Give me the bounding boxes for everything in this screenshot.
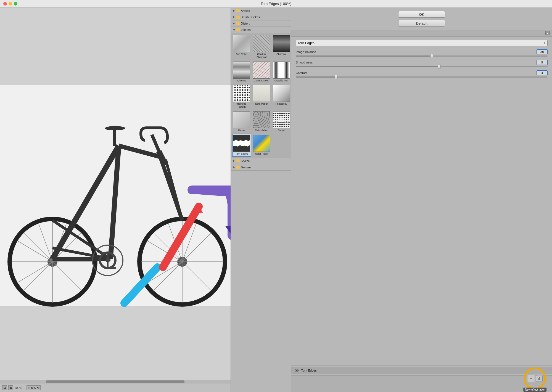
image-balance-label-row: Image Balance <box>296 49 548 54</box>
category-artistic-label: Artistic <box>241 9 250 12</box>
filter-panel: Artistic Brush Strokes Distort Sket <box>231 8 291 392</box>
triangle-icon <box>233 166 235 168</box>
filter-label-reticulation: Reticulation <box>255 129 268 132</box>
settings-bottom-bar: + 🗑 New effect layer <box>291 375 552 392</box>
image-balance-slider[interactable] <box>296 55 548 57</box>
filter-thumb-photocopy[interactable]: Photocopy <box>272 84 291 110</box>
category-brush-strokes: Brush Strokes <box>231 14 291 20</box>
category-artistic-header[interactable]: Artistic <box>231 8 291 14</box>
contrast-slider[interactable] <box>296 76 548 78</box>
smoothness-input[interactable] <box>537 60 548 65</box>
category-sketch-header[interactable]: Sketch <box>231 27 291 33</box>
filter-thumb-img-reticulation <box>253 111 270 128</box>
gold-ring-highlight: + 🗑 New effect layer <box>524 367 546 390</box>
layer-visibility-toggle[interactable] <box>295 368 299 373</box>
maximize-button[interactable] <box>14 2 17 6</box>
filter-thumb-note-paper[interactable]: Note Paper <box>252 84 271 110</box>
filter-thumb-img-graphic <box>273 62 290 79</box>
new-effect-layer-button[interactable]: + <box>527 375 535 382</box>
canvas-h-scrollbar[interactable] <box>0 380 231 383</box>
category-texture: Texture <box>231 164 291 171</box>
contrast-label-row: Contrast <box>296 70 548 75</box>
default-button[interactable]: Default <box>398 20 445 27</box>
category-artistic: Artistic <box>231 8 291 14</box>
filter-thumb-img-chalk <box>253 35 270 52</box>
sketch-grid: Bas Relief Chalk & Charcoal Charcoal Chr… <box>231 33 291 158</box>
filter-thumb-torn-edges[interactable]: Torn Edges <box>232 134 251 157</box>
filter-thumb-stamp[interactable]: Stamp <box>272 110 291 133</box>
settings-controls: Torn Edges ▼ Image Balance S <box>291 37 552 81</box>
layers-panel: Torn Edges <box>291 365 552 375</box>
delete-layer-button[interactable]: 🗑 <box>536 375 543 382</box>
filter-thumb-chrome[interactable]: Chrome <box>232 60 251 83</box>
filter-select[interactable]: Torn Edges <box>296 40 548 46</box>
filter-thumb-img-bas-relief <box>233 35 250 52</box>
image-balance-thumb[interactable] <box>430 54 433 58</box>
smoothness-label-row: Smoothness <box>296 60 548 65</box>
smoothness-slider[interactable] <box>296 66 548 67</box>
close-button[interactable] <box>3 2 7 6</box>
filter-label-charcoal: Charcoal <box>276 53 286 56</box>
folder-icon <box>236 16 240 19</box>
filter-thumb-img-stamp <box>273 111 290 128</box>
minimize-button[interactable] <box>9 2 12 6</box>
folder-icon <box>236 159 240 162</box>
ok-button[interactable]: OK <box>398 11 445 18</box>
filter-thumb-graphic-pen[interactable]: Graphic Pen <box>272 60 291 83</box>
smoothness-control: Smoothness <box>296 60 548 67</box>
filter-thumb-bas-relief[interactable]: Bas Relief <box>232 34 251 60</box>
filter-thumb-reticulation[interactable]: Reticulation <box>252 110 271 133</box>
collapse-button[interactable]: ▲ <box>545 31 550 35</box>
contrast-control: Contrast <box>296 70 548 78</box>
canvas-content[interactable] <box>0 8 231 383</box>
full-screen-button[interactable]: ⊠ <box>8 385 13 390</box>
category-texture-label: Texture <box>241 166 251 169</box>
filter-thumb-water-paper[interactable]: Water Paper <box>252 134 271 157</box>
smoothness-fill <box>296 66 439 67</box>
filter-thumb-halftone[interactable]: Halftone Pattern <box>232 84 251 110</box>
filter-label-chalk: Chalk & Charcoal <box>253 53 270 59</box>
category-brush-header[interactable]: Brush Strokes <box>231 14 291 20</box>
filter-label-torn: Torn Edges <box>235 152 248 155</box>
fit-screen-button[interactable]: ⊡ <box>2 385 7 390</box>
category-distort-label: Distort <box>241 22 250 25</box>
window-controls <box>3 2 17 6</box>
smoothness-thumb[interactable] <box>438 65 441 68</box>
zoom-select[interactable]: 25% 50% 75% 100% 150% 200% <box>27 385 41 390</box>
canvas-bottom-bar: ⊡ ⊠ 100% 25% 50% 75% 100% 150% 200% <box>0 383 231 392</box>
filter-label-plaster: Plaster <box>238 129 245 132</box>
category-distort-header[interactable]: Distort <box>231 20 291 27</box>
scrollbar-thumb[interactable] <box>46 380 184 383</box>
settings-spacer <box>291 81 552 365</box>
image-balance-fill <box>296 55 432 57</box>
window-title: Torn Edges (100%) <box>261 2 291 6</box>
category-texture-header[interactable]: Texture <box>231 164 291 170</box>
layer-item-torn-edges: Torn Edges <box>291 367 552 374</box>
settings-panel: OK Default ▲ Torn Edges ▼ <box>291 8 552 392</box>
filter-thumb-charcoal[interactable]: Charcoal <box>272 34 291 60</box>
category-stylize-header[interactable]: Stylize <box>231 158 291 164</box>
triangle-icon <box>233 160 235 162</box>
settings-top: OK Default <box>291 8 552 30</box>
image-balance-input[interactable] <box>537 49 548 54</box>
filter-label-chrome: Chrome <box>237 79 246 82</box>
filter-dropdown-row: Torn Edges ▼ <box>296 40 548 46</box>
button-row: OK <box>296 11 548 18</box>
canvas-area: ⊡ ⊠ 100% 25% 50% 75% 100% 150% 200% <box>0 8 231 392</box>
filter-label-note: Note Paper <box>255 102 268 105</box>
filter-label-water: Water Paper <box>255 152 268 155</box>
triangle-icon <box>233 16 235 18</box>
filter-thumb-img-torn <box>233 135 250 152</box>
contrast-input[interactable] <box>537 70 548 75</box>
triangle-icon <box>233 22 235 25</box>
filter-thumb-chalk-charcoal[interactable]: Chalk & Charcoal <box>252 34 271 60</box>
category-sketch: Sketch Bas Relief Chalk & Charcoal Charc… <box>231 27 291 158</box>
folder-icon <box>236 22 240 25</box>
filter-thumb-img-chrome <box>233 62 250 79</box>
filter-thumb-plaster[interactable]: Plaster <box>232 110 251 133</box>
filter-label-graphic: Graphic Pen <box>274 79 288 82</box>
contrast-thumb[interactable] <box>335 75 337 79</box>
image-balance-label: Image Balance <box>296 50 316 54</box>
filter-thumb-conte[interactable]: Conté Crayon <box>252 60 271 83</box>
filter-label-conte: Conté Crayon <box>254 79 269 82</box>
